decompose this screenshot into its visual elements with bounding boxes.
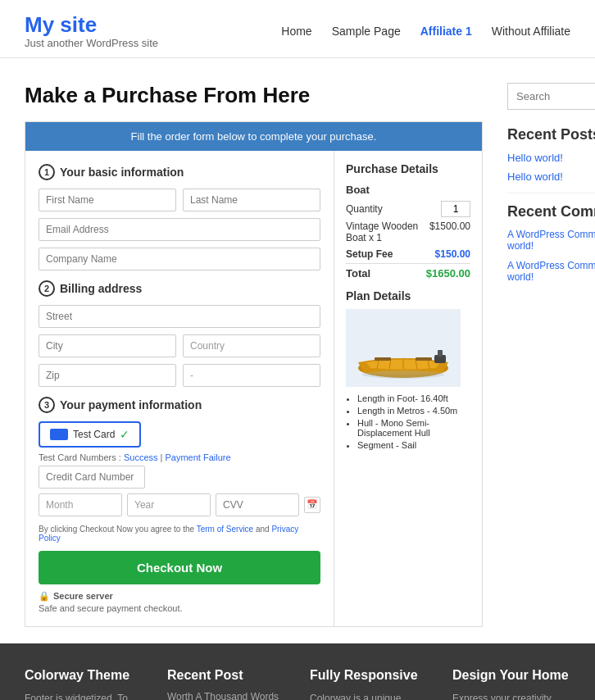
- footer-col4-title: Design Your Home: [452, 668, 570, 683]
- year-select[interactable]: Year: [127, 493, 211, 516]
- recent-post-1[interactable]: Hello world!: [507, 152, 595, 164]
- city-input[interactable]: [39, 334, 176, 357]
- step2-circle: 2: [39, 280, 55, 297]
- site-title: My site: [25, 13, 158, 37]
- step2-title: Billing address: [60, 282, 142, 295]
- company-input[interactable]: [39, 248, 320, 270]
- setup-fee-row: Setup Fee $150.00: [346, 248, 470, 260]
- footer-col-4: Design Your Home Express your creativity…: [452, 668, 570, 700]
- svg-rect-10: [416, 357, 432, 361]
- street-row: [39, 305, 320, 328]
- recent-posts-title: Recent Posts: [507, 126, 595, 143]
- success-link[interactable]: Success: [124, 452, 158, 462]
- footer-col2-title: Recent Post: [167, 668, 285, 683]
- footer-col1-title: Colorway Theme: [25, 668, 143, 683]
- total-price: $1650.00: [426, 267, 470, 280]
- card-body: 1 Your basic information: [25, 151, 482, 626]
- name-row: [39, 189, 320, 211]
- email-row: [39, 218, 320, 241]
- tos-link[interactable]: Term of Service: [197, 525, 253, 534]
- site-tagline: Just another WordPress site: [25, 37, 158, 49]
- quantity-input[interactable]: [441, 201, 470, 217]
- search-box: 🔍: [507, 83, 595, 110]
- step3-label: 3 Your payment information: [39, 397, 320, 413]
- main-nav: Home Sample Page Affiliate 1 Without Aff…: [281, 25, 570, 38]
- total-row: Total $1650.00: [346, 263, 470, 280]
- country-select[interactable]: Country: [183, 334, 320, 357]
- step2-label: 2 Billing address: [39, 280, 320, 297]
- secure-text: Safe and secure payment checkout.: [39, 603, 320, 613]
- billing-section: 2 Billing address Country: [39, 280, 320, 387]
- line-item-price: $1500.00: [429, 220, 470, 243]
- commenter-2-link[interactable]: A WordPress Commenter: [507, 260, 595, 271]
- lock-row: 🔒 Secure server: [39, 591, 320, 602]
- site-branding: My site Just another WordPress site: [25, 13, 158, 49]
- calendar-icon[interactable]: 📅: [304, 497, 320, 513]
- check-icon: ✓: [120, 428, 129, 441]
- failure-link[interactable]: Payment Failure: [166, 452, 231, 462]
- secure-label: Secure server: [53, 591, 113, 601]
- product-name: Boat: [346, 184, 470, 196]
- first-name-input[interactable]: [39, 189, 176, 211]
- details-section: Purchase Details Boat Quantity Vintage W…: [334, 151, 482, 626]
- feature-2: Length in Metros - 4.50m: [357, 406, 470, 416]
- zip-extra-select[interactable]: -: [183, 364, 320, 387]
- comment-1: A WordPress Commenter on Hello world!: [507, 229, 595, 252]
- email-input[interactable]: [39, 218, 320, 241]
- footer-main: Colorway Theme Footer is widgetized. To …: [0, 643, 595, 700]
- checkout-button[interactable]: Checkout Now: [39, 551, 320, 584]
- cvv-input[interactable]: [216, 493, 299, 516]
- street-input[interactable]: [39, 305, 320, 328]
- company-row: [39, 248, 320, 270]
- search-input[interactable]: [516, 90, 595, 102]
- boat-svg: [346, 309, 461, 387]
- zip-row: -: [39, 364, 320, 387]
- boat-image: [346, 309, 461, 387]
- product-line: Vintage Wooden Boat x 1 $1500.00: [346, 220, 470, 243]
- cc-number-input[interactable]: [39, 466, 145, 489]
- payment-section: 3 Your payment information Test Card ✓ T…: [39, 397, 320, 516]
- city-country-row: Country: [39, 334, 320, 357]
- recent-post-2[interactable]: Hello world!: [507, 170, 595, 183]
- footer-col1-text: Footer is widgetized. To setup the foote…: [25, 691, 143, 700]
- sidebar: 🔍 Recent Posts Hello world! Hello world!…: [507, 83, 595, 627]
- footer-col3-text: Colorway is a unique responsive WordPres…: [310, 691, 428, 700]
- nav-home[interactable]: Home: [281, 25, 311, 38]
- nav-without-affiliate[interactable]: Without Affiliate: [492, 25, 570, 38]
- test-card-info: Test Card Numbers : Success | Payment Fa…: [39, 452, 320, 462]
- footer-col-1: Colorway Theme Footer is widgetized. To …: [25, 668, 143, 700]
- card-icon: [50, 429, 68, 440]
- nav-sample-page[interactable]: Sample Page: [332, 25, 401, 38]
- sidebar-divider: [507, 193, 595, 193]
- form-section: 1 Your basic information: [25, 151, 334, 626]
- feature-3: Hull - Mono Semi-Displacement Hull: [357, 418, 470, 438]
- setup-fee-price: $150.00: [435, 248, 470, 260]
- step1-label: 1 Your basic information: [39, 164, 320, 180]
- payment-row: Month Year 📅: [39, 493, 320, 516]
- step3-circle: 3: [39, 397, 55, 413]
- commenter-1-link[interactable]: A WordPress Commenter: [507, 229, 595, 240]
- quantity-label: Quantity: [346, 203, 383, 215]
- footer-col-2: Recent Post Worth A Thousand Words Categ…: [167, 668, 285, 700]
- zip-input[interactable]: [39, 364, 176, 387]
- purchase-card: Fill the order form below to complete yo…: [25, 121, 483, 627]
- feature-1: Length in Foot- 16.40ft: [357, 393, 470, 403]
- plan-features-list: Length in Foot- 16.40ft Length in Metros…: [346, 393, 470, 450]
- purchase-details-title: Purchase Details: [346, 162, 470, 175]
- lock-icon: 🔒: [39, 591, 50, 602]
- last-name-input[interactable]: [183, 189, 320, 211]
- step1-title: Your basic information: [60, 166, 184, 179]
- line-item-label: Vintage Wooden Boat x 1: [346, 220, 429, 243]
- total-label: Total: [346, 267, 370, 280]
- terms-text: By clicking Checkout Now you agree to th…: [39, 525, 320, 543]
- footer-link-1[interactable]: Worth A Thousand Words: [167, 691, 285, 700]
- svg-point-11: [362, 370, 444, 379]
- card-btn-label: Test Card: [73, 429, 115, 440]
- month-select[interactable]: Month: [39, 493, 122, 516]
- nav-affiliate1[interactable]: Affiliate 1: [420, 25, 472, 38]
- step3-title: Your payment information: [60, 398, 202, 411]
- svg-rect-8: [438, 350, 443, 357]
- header: My site Just another WordPress site Home…: [0, 0, 595, 58]
- plan-details-title: Plan Details: [346, 289, 470, 302]
- card-type-button[interactable]: Test Card ✓: [39, 421, 141, 448]
